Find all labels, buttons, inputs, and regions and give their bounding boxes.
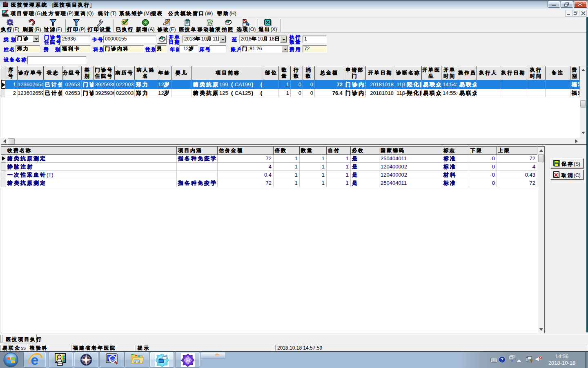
svg-text:SQL: SQL [109, 358, 116, 361]
svg-text:?: ? [501, 357, 503, 363]
